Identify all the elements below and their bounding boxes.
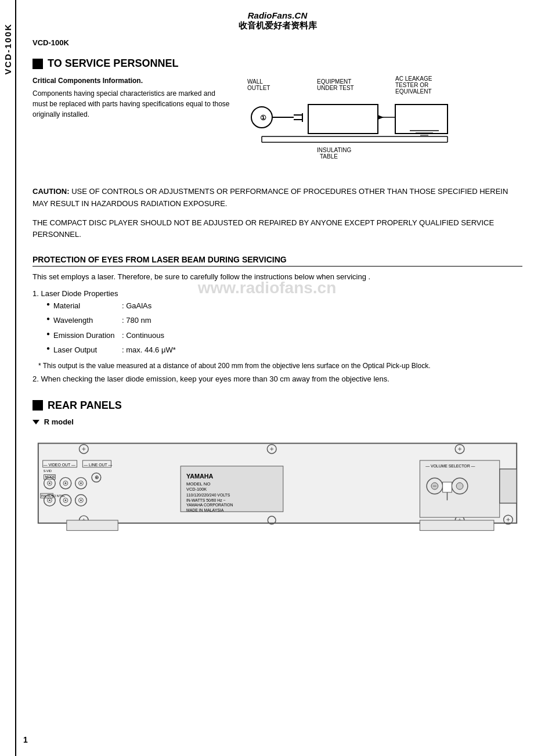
sidebar-tab: VCD-100K [0,0,16,756]
svg-text:UNDER TEST: UNDER TEST [317,85,354,91]
service-line2: Components having special characteristic… [33,88,230,120]
prop-label: ●Material [45,299,121,312]
caution-text1: USE OF CONTROLS OR ADJUSTMENTS OR PERFOR… [33,187,508,208]
svg-point-47 [49,482,50,484]
svg-point-53 [64,482,66,484]
svg-text:EQUIPMENT: EQUIPMENT [317,78,351,85]
service-line1: Critical Components Information. [33,75,230,86]
svg-rect-13 [308,105,378,134]
svg-text:TESTER OR: TESTER OR [395,82,428,88]
caution-line2: THE COMPACT DISC PLAYER SHOULD NOT BE AD… [33,217,522,242]
section-title-service: TO SERVICE PERSONNEL [33,57,522,70]
page-header: RadioFans.CN 收音机爱好者资料库 [33,6,522,34]
prop-label: ●Emission Duration [45,329,121,342]
svg-rect-16 [395,105,448,134]
r-model-label: R model [33,417,522,426]
laser-title: PROTECTION OF EYES FROM LASER BEAM DURIN… [33,255,522,267]
rear-panels-section: REAR PANELS R model [33,399,522,549]
caution-line1: CAUTION: USE OF CONTROLS OR ADJUSTMENTS … [33,186,522,210]
laser-intro: This set employs a laser. Therefore, be … [33,271,522,283]
svg-text:EQUIVALENT: EQUIVALENT [395,88,432,95]
svg-text:①: ① [260,114,266,122]
svg-text:— VOLUME SELECTOR —: — VOLUME SELECTOR — [425,463,475,467]
svg-point-56 [80,482,82,484]
svg-text:OUTLET: OUTLET [247,85,270,91]
prop-label: ●Wavelength [45,314,121,327]
svg-point-68 [64,499,66,501]
laser-section: PROTECTION OF EYES FROM LASER BEAM DURIN… [33,255,522,383]
svg-text:INSULATING: INSULATING [317,147,351,153]
site-name: RadioFans.CN [33,10,522,20]
svg-marker-15 [378,115,384,120]
section-title-rear: REAR PANELS [33,399,522,412]
site-subtitle: 收音机爱好者资料库 [33,20,522,31]
service-text: Critical Components Information. Compone… [33,75,230,168]
svg-rect-94 [420,520,494,531]
svg-rect-93 [67,520,118,531]
leakage-diagram: WALL OUTLET EQUIPMENT UNDER TEST AC LEAK… [241,75,450,168]
svg-text:IN-WATTS    50/60 Hz ~: IN-WATTS 50/60 Hz ~ [186,498,226,502]
caution-section: CAUTION: USE OF CONTROLS OR ADJUSTMENTS … [33,186,522,241]
service-diagram: WALL OUTLET EQUIPMENT UNDER TEST AC LEAK… [241,75,522,168]
svg-text:VCD-100K: VCD-100K [186,486,207,491]
svg-text:— VIDEO OUT —: — VIDEO OUT — [44,462,75,466]
laser-item2: 2. When checking the laser diode emissio… [33,375,522,383]
laser-footnote: * This output is the value measured at a… [38,361,522,371]
svg-text:⊕: ⊕ [95,474,99,480]
service-section: Critical Components Information. Compone… [33,75,522,168]
prop-value: : GaAlAs [122,299,182,312]
section-marker-rear [33,400,43,411]
model-number: VCD-100K [33,38,522,47]
page-number: 1 [23,735,28,744]
svg-text:MODE: MODE [45,475,56,478]
svg-text:YAMAHA: YAMAHA [186,473,214,480]
svg-text:YAMAHA CORPORATION: YAMAHA CORPORATION [186,503,233,507]
svg-point-71 [80,499,82,501]
svg-rect-89 [500,469,517,503]
svg-text:S-VID: S-VID [44,469,52,472]
sidebar-label: VCD-100K [3,23,13,75]
svg-text:MADE IN MALAYSIA: MADE IN MALAYSIA [186,508,224,512]
svg-text:WALL: WALL [247,78,263,85]
laser-item1: 1. Laser Diode Properties ●Material: GaA… [33,289,522,358]
laser-item1-title: 1. Laser Diode Properties [33,289,522,298]
prop-value: : 780 nm [122,314,182,327]
laser-properties-table: ●Material: GaAlAs●Wavelength: 780 nm●Emi… [44,298,183,358]
prop-label: ●Laser Output [45,343,121,357]
caution-label: CAUTION: [33,187,70,196]
svg-text:TABLE: TABLE [320,153,338,160]
rear-panel-diagram: — VIDEO OUT — MODE S-VID ⊕ — LINE OUT — [33,431,522,547]
svg-point-63 [49,499,50,501]
svg-text:MODEL NO: MODEL NO [186,481,211,487]
triangle-icon [33,420,39,424]
svg-text:— LINE OUT —: — LINE OUT — [84,462,112,466]
section-marker [33,59,43,69]
svg-text:110/120/220/240 VOLTS: 110/120/220/240 VOLTS [186,492,230,496]
svg-point-86 [456,483,463,489]
prop-value: : max. 44.6 μW* [122,343,182,357]
svg-rect-87 [443,482,452,492]
prop-value: : Continuous [122,329,182,342]
svg-text:AC LEAKAGE: AC LEAKAGE [395,75,432,82]
